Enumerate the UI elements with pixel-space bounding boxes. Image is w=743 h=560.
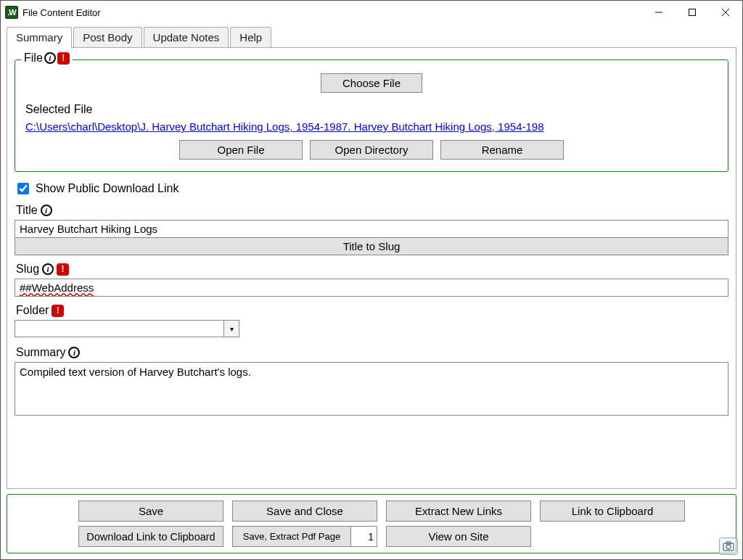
slug-label: Slug xyxy=(16,263,39,276)
folder-combo[interactable]: ▾ xyxy=(15,320,239,337)
folder-label: Folder xyxy=(16,304,49,317)
file-legend: File i ! xyxy=(21,52,73,65)
file-group: File i ! Choose File Selected File C:\Us… xyxy=(15,59,728,172)
show-public-checkbox[interactable] xyxy=(17,183,29,194)
view-on-site-button[interactable]: View on Site xyxy=(386,526,531,547)
save-extract-pdf-group[interactable]: Save, Extract Pdf Page xyxy=(232,526,377,547)
window: .W File Content Editor Summary Post Body… xyxy=(0,0,743,560)
slug-label-row: Slug i ! xyxy=(16,263,728,276)
titlebar: .W File Content Editor xyxy=(1,1,742,24)
selected-file-label: Selected File xyxy=(25,103,721,116)
minimize-icon xyxy=(654,8,663,17)
tab-help[interactable]: Help xyxy=(230,27,271,48)
footer: Save Save and Close Extract New Links Li… xyxy=(7,494,736,553)
tab-summary[interactable]: Summary xyxy=(7,27,72,48)
window-title: File Content Editor xyxy=(22,7,101,18)
save-extract-pdf-label: Save, Extract Pdf Page xyxy=(233,527,350,546)
show-public-row: Show Public Download Link xyxy=(15,181,728,197)
link-to-clipboard-button[interactable]: Link to Clipboard xyxy=(540,501,685,522)
content-scroll[interactable]: File i ! Choose File Selected File C:\Us… xyxy=(7,48,736,488)
info-icon[interactable]: i xyxy=(42,263,54,275)
tab-post-body[interactable]: Post Body xyxy=(73,27,141,48)
folder-input[interactable] xyxy=(15,320,223,337)
app-icon: .W xyxy=(5,6,18,19)
file-legend-text: File xyxy=(24,52,43,65)
save-button[interactable]: Save xyxy=(78,501,223,522)
summary-label-row: Summary i xyxy=(16,346,728,359)
slug-input[interactable]: ##WebAddress xyxy=(15,279,728,297)
choose-file-button[interactable]: Choose File xyxy=(321,73,422,93)
minimize-button[interactable] xyxy=(642,1,676,23)
title-to-slug-button[interactable]: Title to Slug xyxy=(15,237,728,255)
maximize-button[interactable] xyxy=(676,1,709,23)
tabstrip: Summary Post Body Update Notes Help xyxy=(1,24,742,48)
slug-value: ##WebAddress xyxy=(20,281,94,294)
folder-dropdown-button[interactable]: ▾ xyxy=(223,320,239,337)
pdf-page-input[interactable] xyxy=(350,527,377,546)
close-button[interactable] xyxy=(709,1,742,23)
warning-icon: ! xyxy=(52,305,64,317)
summary-label: Summary xyxy=(16,346,65,359)
folder-label-row: Folder ! xyxy=(16,304,728,317)
window-controls xyxy=(642,1,742,23)
info-icon[interactable]: i xyxy=(44,52,56,64)
download-link-to-clipboard-button[interactable]: Download Link to Clipboard xyxy=(78,526,223,547)
rename-button[interactable]: Rename xyxy=(440,140,564,160)
extract-new-links-button[interactable]: Extract New Links xyxy=(386,501,531,522)
chevron-down-icon: ▾ xyxy=(230,325,234,333)
title-label: Title xyxy=(16,204,38,217)
summary-textarea[interactable] xyxy=(15,362,728,416)
warning-icon: ! xyxy=(57,263,69,276)
close-icon xyxy=(721,8,730,17)
open-directory-button[interactable]: Open Directory xyxy=(310,140,433,160)
info-icon[interactable]: i xyxy=(41,205,52,216)
title-label-row: Title i xyxy=(16,204,728,217)
save-and-close-button[interactable]: Save and Close xyxy=(232,501,377,522)
camera-icon xyxy=(723,541,734,551)
show-public-label: Show Public Download Link xyxy=(36,182,178,195)
warning-icon: ! xyxy=(57,52,70,65)
svg-rect-1 xyxy=(689,9,696,16)
title-input[interactable] xyxy=(15,220,728,238)
info-icon[interactable]: i xyxy=(68,347,80,358)
selected-file-path[interactable]: C:\Users\charl\Desktop\J. Harvey Butchar… xyxy=(25,120,721,133)
screenshot-overlay[interactable] xyxy=(719,538,738,555)
tab-content: File i ! Choose File Selected File C:\Us… xyxy=(7,47,736,489)
open-file-button[interactable]: Open File xyxy=(179,140,303,160)
svg-point-5 xyxy=(726,545,731,549)
maximize-icon xyxy=(688,8,697,17)
tab-update-notes[interactable]: Update Notes xyxy=(144,27,229,48)
